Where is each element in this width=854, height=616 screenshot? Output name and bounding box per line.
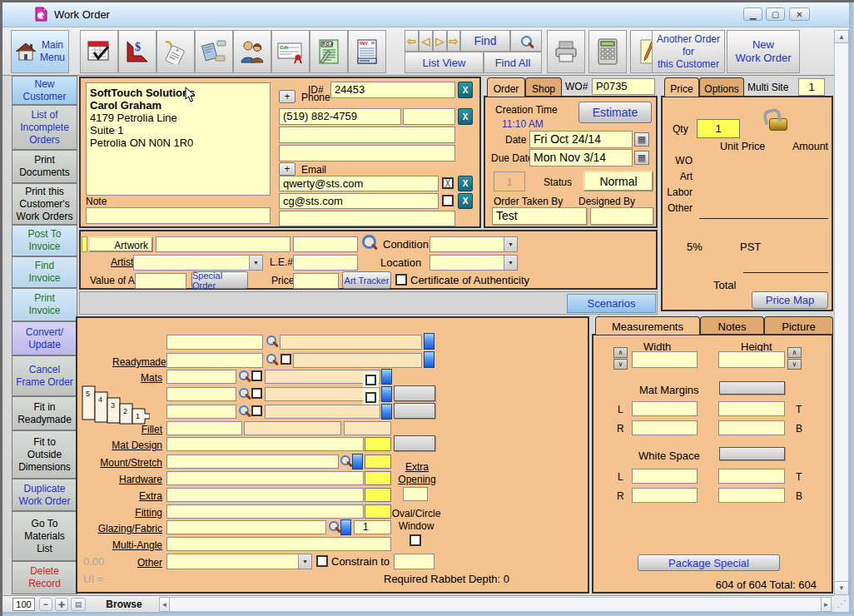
hardware-link[interactable]: Hardware	[112, 474, 162, 485]
value-of-art-field[interactable]	[135, 273, 186, 289]
other-dropdown[interactable]: ▼	[166, 554, 312, 569]
phone-field[interactable]: (519) 882-4759	[279, 108, 401, 125]
oval-window-checkbox[interactable]	[410, 534, 421, 546]
phone-field-2[interactable]	[279, 127, 455, 143]
other-link[interactable]: Other	[129, 557, 162, 569]
zoom-in-button[interactable]: ✚	[55, 598, 68, 611]
mat-design-price-field[interactable]	[365, 437, 391, 451]
glazing-link[interactable]: Glazing/Fabric	[96, 523, 162, 534]
fitting-link[interactable]: Fitting	[129, 507, 162, 519]
width-increment-button[interactable]: ∧	[613, 347, 628, 358]
scroll-right-icon[interactable]: ►	[821, 597, 832, 612]
frame1-desc-field[interactable]	[280, 335, 422, 350]
multi-angle-link[interactable]: Multi-Angle	[112, 539, 162, 551]
estimate-button[interactable]: Estimate	[578, 102, 652, 123]
main-menu-button[interactable]: Main Menu	[11, 30, 69, 73]
fitting-field[interactable]	[166, 504, 364, 519]
email-field-2[interactable]: cg@sts.com	[279, 193, 439, 209]
certificate-checkbox[interactable]	[395, 274, 407, 286]
close-button[interactable]: ✕	[789, 7, 810, 21]
art-price-field[interactable]	[293, 273, 339, 289]
mount-search-icon[interactable]	[340, 455, 350, 465]
email-field-1[interactable]: qwerty@sts.com	[279, 176, 439, 191]
horizontal-scrollbar[interactable]	[159, 597, 832, 612]
extra-field[interactable]	[166, 488, 364, 502]
frame1-detail-button[interactable]	[424, 333, 434, 350]
email-2-checkbox[interactable]	[442, 195, 454, 206]
mat-design-button[interactable]	[394, 435, 435, 451]
mat2-code-field[interactable]	[166, 387, 236, 401]
condition-dropdown[interactable]: ▼	[429, 236, 518, 252]
another-order-button[interactable]: Another Order for this Customer	[652, 30, 725, 73]
mat1-checkbox[interactable]	[251, 370, 262, 381]
add-phone-button[interactable]: +	[279, 90, 295, 103]
go-first-record-button[interactable]: ⇦	[405, 30, 419, 52]
vertical-scrollbar[interactable]	[834, 30, 849, 595]
zoom-out-button[interactable]: ━	[39, 598, 52, 611]
white-space-top-field[interactable]	[718, 469, 785, 484]
sidebar-find-invoice[interactable]: Find Invoice	[12, 256, 77, 288]
artist-dropdown[interactable]: ▼	[133, 255, 263, 271]
white-space-button[interactable]	[719, 447, 785, 460]
qty-field[interactable]: 1	[697, 119, 740, 138]
multi-site-field[interactable]: 1	[798, 78, 825, 96]
mat2-desc-field[interactable]	[265, 387, 380, 401]
minimize-button[interactable]: ▁	[743, 7, 762, 21]
tab-options[interactable]: Options	[699, 77, 744, 97]
constrain-checkbox[interactable]	[316, 555, 328, 567]
height-increment-button[interactable]: ∧	[787, 347, 802, 358]
mat1-code-field[interactable]	[166, 370, 236, 384]
find-all-button[interactable]: Find All	[484, 52, 542, 73]
sidebar-fit-in-readymade[interactable]: Fit in Readymade	[12, 396, 77, 430]
artwork-title-field[interactable]	[156, 236, 290, 252]
email-2-clear-button[interactable]: X	[458, 193, 473, 209]
fillet-desc-field[interactable]	[244, 421, 341, 435]
readymade-detail-button[interactable]	[424, 351, 434, 368]
date-calendar-icon[interactable]: ▦	[634, 132, 649, 147]
phone-clear-button[interactable]: X	[458, 108, 473, 125]
mat2-detail-button[interactable]	[381, 386, 392, 402]
artist-link[interactable]: Artist	[111, 256, 133, 268]
location-dropdown[interactable]: ▼	[429, 255, 518, 271]
sidebar-fit-outside-dimensions[interactable]: Fit to Outside Dimensions	[12, 430, 77, 479]
white-space-right-field[interactable]	[632, 488, 698, 503]
phone-ext-field[interactable]	[403, 108, 455, 125]
mat3-detail-button[interactable]	[381, 404, 392, 420]
hardware-field[interactable]	[166, 471, 364, 485]
date-field[interactable]: Fri Oct 24/14	[529, 131, 633, 148]
sidebar-go-to-materials-list[interactable]: Go To Materials List	[12, 511, 77, 561]
tab-order[interactable]: Order	[487, 77, 525, 97]
sidebar-incomplete-orders[interactable]: List of Incomplete Orders	[12, 105, 77, 150]
other-qty-field[interactable]	[394, 554, 434, 569]
sidebar-delete-record[interactable]: Delete Record	[12, 561, 77, 594]
sidebar-new-customer[interactable]: New Customer	[12, 76, 77, 105]
status-button[interactable]: Normal	[583, 171, 653, 191]
extra-link[interactable]: Extra	[129, 490, 162, 502]
artwork-code-field[interactable]	[293, 236, 358, 252]
scenarios-button[interactable]: Scenarios	[567, 294, 656, 313]
mount-price-field[interactable]	[365, 455, 391, 469]
scroll-down-icon[interactable]: ▼	[834, 581, 849, 595]
gift-certificate-button[interactable]: Gift	[271, 30, 310, 73]
note-field[interactable]	[86, 207, 271, 224]
frame1-code-field[interactable]	[166, 335, 263, 350]
due-date-calendar-icon[interactable]: ▦	[634, 151, 649, 165]
zoom-level-field[interactable]: 100	[12, 598, 35, 611]
mat-margin-left-field[interactable]	[632, 401, 698, 416]
email-1-clear-button[interactable]: X	[458, 176, 473, 191]
tab-notes[interactable]: Notes	[700, 316, 764, 335]
wo-field[interactable]: P0735	[592, 78, 655, 95]
id-clear-button[interactable]: X	[458, 82, 473, 98]
resize-grip[interactable]: ⋰	[834, 595, 849, 612]
height-decrement-button[interactable]: ∨	[787, 359, 802, 370]
mat2-extra-button[interactable]	[394, 385, 435, 401]
price-tag-button[interactable]	[156, 30, 195, 73]
le-number-field[interactable]	[293, 255, 358, 271]
order-taken-by-field[interactable]: Test	[492, 207, 587, 225]
glazing-qty-dropdown[interactable]: 1	[354, 520, 391, 534]
readymade-code-field[interactable]	[166, 353, 263, 368]
mat-margin-top-field[interactable]	[718, 401, 785, 416]
customers-button[interactable]	[233, 30, 271, 73]
find-magnifier-button[interactable]	[510, 30, 542, 52]
mat1-desc-field[interactable]	[265, 370, 380, 384]
